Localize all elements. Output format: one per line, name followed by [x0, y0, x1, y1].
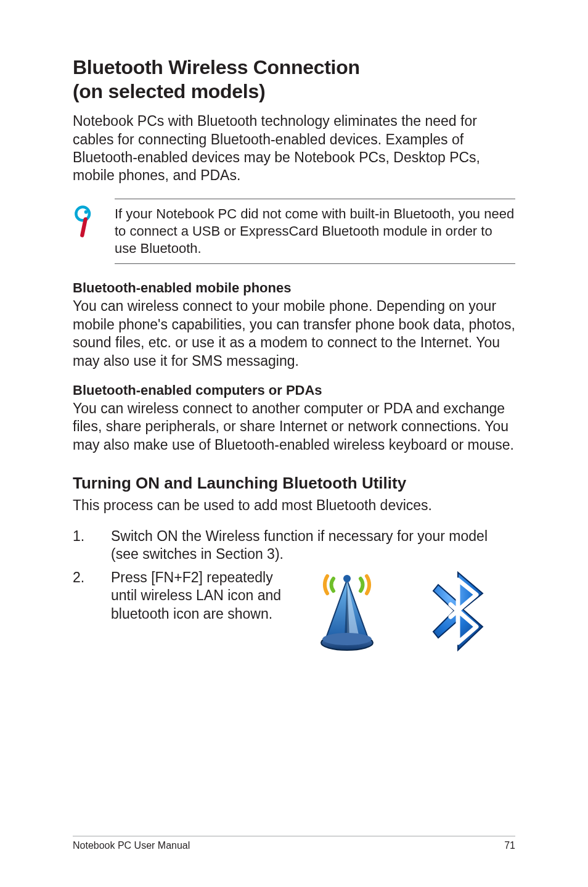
steps-list: 1. Switch ON the Wireless function if ne… [73, 527, 515, 656]
step-1-text: Switch ON the Wireless function if neces… [111, 527, 515, 564]
sub2-body: You can wireless connect to another comp… [73, 400, 515, 454]
step-1: 1. Switch ON the Wireless function if ne… [73, 527, 515, 564]
page-footer: Notebook PC User Manual 71 [73, 836, 515, 851]
step-2-number: 2. [73, 569, 92, 656]
title-line-2: (on selected models) [73, 80, 265, 102]
step-2-icons [284, 569, 515, 656]
svg-point-6 [322, 633, 372, 645]
tip-text: If your Notebook PC did not come with bu… [115, 205, 515, 257]
bluetooth-icon [427, 571, 489, 656]
wireless-lan-icon [310, 571, 384, 656]
svg-point-7 [343, 575, 351, 582]
intro-paragraph: Notebook PCs with Bluetooth technology e… [73, 112, 515, 185]
svg-point-1 [84, 210, 88, 214]
footer-page-number: 71 [504, 840, 515, 851]
step-2-text: Press [FN+F2] repeatedly until wireless … [111, 569, 284, 623]
section-heading: Turning ON and Launching Bluetooth Utili… [73, 474, 515, 493]
section-lead: This process can be used to add most Blu… [73, 497, 515, 514]
sub2-heading: Bluetooth-enabled computers or PDAs [73, 382, 515, 398]
sub1-body: You can wireless connect to your mobile … [73, 297, 515, 370]
step-1-number: 1. [73, 527, 92, 564]
page-title: Bluetooth Wireless Connection (on select… [73, 56, 515, 104]
tip-callout: If your Notebook PC did not come with bu… [73, 199, 515, 264]
sub1-heading: Bluetooth-enabled mobile phones [73, 280, 515, 296]
title-line-1: Bluetooth Wireless Connection [73, 56, 360, 78]
footer-manual-title: Notebook PC User Manual [73, 840, 190, 851]
svg-point-0 [76, 207, 89, 220]
tip-magnifier-icon [73, 199, 95, 241]
step-2: 2. Press [FN+F2] repeatedly until wirele… [73, 569, 515, 656]
